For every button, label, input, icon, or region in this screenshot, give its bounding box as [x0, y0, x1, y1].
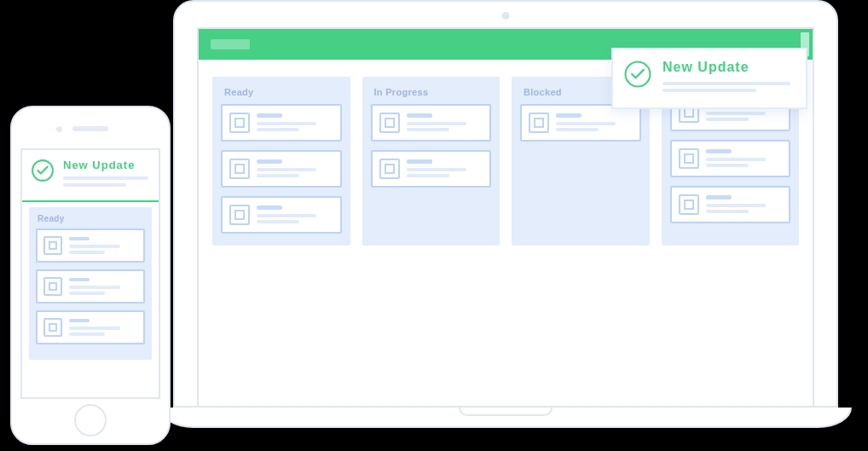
- text-placeholder-line: [63, 183, 126, 187]
- card-thumb-icon: [43, 277, 62, 296]
- laptop-trackpad-notch: [459, 408, 553, 416]
- kanban-card[interactable]: [36, 228, 145, 263]
- notification-title: New Update: [63, 159, 150, 171]
- desktop-app-viewport: New Update Ready: [197, 27, 814, 406]
- kanban-column-ready[interactable]: Ready: [29, 207, 152, 360]
- check-circle-icon: [31, 159, 55, 182]
- phone-home-button[interactable]: [74, 404, 107, 437]
- card-text-placeholder: [257, 159, 333, 179]
- card-thumb-icon: [379, 159, 400, 179]
- mobile-app-viewport: New Update Ready: [20, 148, 160, 399]
- card-text-placeholder: [69, 277, 137, 296]
- kanban-card[interactable]: [371, 104, 492, 142]
- kanban-card[interactable]: [221, 196, 342, 234]
- card-thumb-icon: [679, 148, 699, 169]
- card-thumb-icon: [379, 113, 400, 133]
- card-text-placeholder: [407, 113, 483, 133]
- kanban-card[interactable]: [520, 104, 641, 142]
- kanban-column-ready[interactable]: Ready: [212, 77, 350, 246]
- laptop-device: New Update Ready: [173, 0, 838, 428]
- column-title: Ready: [221, 85, 342, 104]
- phone-speaker-icon: [72, 126, 108, 131]
- notification-toast[interactable]: New Update: [611, 48, 807, 109]
- text-placeholder-line: [663, 89, 756, 92]
- kanban-card[interactable]: [36, 310, 145, 344]
- card-thumb-icon: [679, 194, 699, 215]
- kanban-card[interactable]: [371, 150, 492, 188]
- app-logo-placeholder: [211, 39, 250, 49]
- card-text-placeholder: [69, 236, 137, 255]
- laptop-camera-icon: [502, 12, 510, 20]
- column-title: In Progress: [371, 85, 492, 104]
- kanban-card[interactable]: [670, 186, 791, 223]
- card-text-placeholder: [257, 205, 333, 225]
- card-thumb-icon: [529, 113, 549, 133]
- card-thumb-icon: [43, 236, 62, 255]
- text-placeholder-line: [63, 176, 148, 180]
- card-text-placeholder: [407, 159, 483, 179]
- kanban-column-in-progress[interactable]: In Progress: [362, 77, 501, 246]
- card-text-placeholder: [706, 148, 783, 169]
- notification-body: New Update: [63, 159, 150, 190]
- card-thumb-icon: [229, 113, 250, 133]
- svg-point-0: [626, 62, 651, 87]
- kanban-card[interactable]: [670, 140, 791, 177]
- kanban-card[interactable]: [221, 150, 342, 188]
- card-text-placeholder: [556, 113, 633, 133]
- laptop-bezel: New Update Ready: [173, 0, 838, 408]
- phone-sensor-icon: [56, 126, 62, 132]
- kanban-board: Ready: [22, 202, 159, 397]
- card-text-placeholder: [706, 194, 783, 215]
- text-placeholder-line: [663, 82, 790, 85]
- notification-toast[interactable]: New Update: [22, 150, 159, 202]
- kanban-card[interactable]: [36, 269, 145, 304]
- notification-body: New Update: [663, 60, 794, 95]
- column-title: Ready: [36, 212, 145, 228]
- card-thumb-icon: [229, 205, 250, 225]
- card-text-placeholder: [69, 318, 137, 337]
- check-circle-icon: [623, 60, 652, 89]
- notification-title: New Update: [663, 60, 794, 75]
- laptop-base: [159, 408, 852, 428]
- card-thumb-icon: [229, 159, 250, 179]
- kanban-card[interactable]: [221, 104, 342, 142]
- phone-device: New Update Ready: [10, 106, 171, 445]
- card-thumb-icon: [43, 318, 62, 337]
- card-text-placeholder: [257, 113, 333, 133]
